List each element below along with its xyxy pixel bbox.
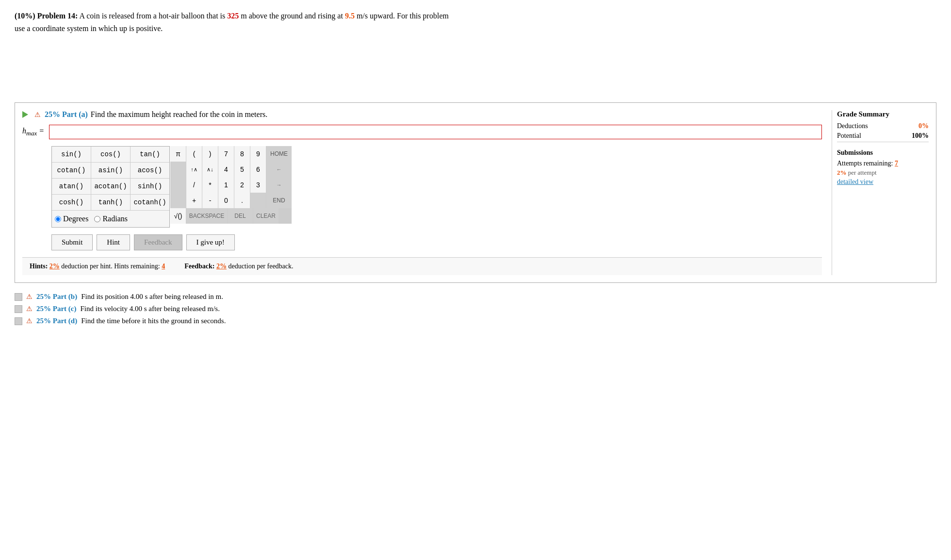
minus-button[interactable]: - xyxy=(202,193,218,208)
cosh-button[interactable]: cosh() xyxy=(52,195,91,210)
per-attempt-value: 2% xyxy=(837,169,847,176)
tanh-button[interactable]: tanh() xyxy=(91,195,130,210)
sqrt-button[interactable]: √() xyxy=(170,208,186,224)
feedback-text: deduction per feedback. xyxy=(228,263,293,270)
part-a-header: ⚠ 25% Part (a) Find the maximum height r… xyxy=(22,110,822,119)
part-a-label: 25% Part (a) xyxy=(45,110,88,119)
radians-radio[interactable] xyxy=(94,216,100,222)
numpad-row2: ↑∧ ∧↓ 4 5 6 ← xyxy=(170,162,292,177)
decimal-button[interactable]: . xyxy=(234,193,250,208)
feedback-label: Feedback: xyxy=(184,263,214,270)
divide-button[interactable]: / xyxy=(186,177,202,193)
backspace-button[interactable]: BACKSPACE xyxy=(186,208,227,224)
degrees-radio[interactable] xyxy=(55,216,61,222)
part-b-warning: ⚠ xyxy=(26,293,33,301)
submit-button[interactable]: Submit xyxy=(51,234,93,250)
num2-button[interactable]: 2 xyxy=(234,177,250,193)
asin-button[interactable]: asin() xyxy=(91,163,130,178)
hint-button[interactable]: Hint xyxy=(97,234,130,250)
num8-button[interactable]: 8 xyxy=(234,146,250,162)
home-button[interactable]: HOME xyxy=(266,146,292,162)
per-attempt-text: per attempt xyxy=(848,169,877,176)
part-b-label: 25% Part (b) xyxy=(36,293,77,301)
num0-button[interactable]: 0 xyxy=(218,193,234,208)
numpad-row3: / * 1 2 3 → xyxy=(170,177,292,193)
part-b-icon xyxy=(15,293,22,301)
deductions-value: 0% xyxy=(918,122,929,130)
end-button[interactable]: END xyxy=(266,193,292,208)
potential-row: Potential 100% xyxy=(837,132,929,140)
numpad-row1: π ( ) 7 8 9 HOME xyxy=(170,146,292,162)
atan-button[interactable]: atan() xyxy=(52,179,91,194)
answer-input[interactable] xyxy=(49,125,822,139)
part-c-question: Find its velocity 4.00 s after being rel… xyxy=(80,305,219,313)
height-unit: m above the ground and rising at xyxy=(239,12,345,20)
num1-button[interactable]: 1 xyxy=(218,177,234,193)
warning-icon: ⚠ xyxy=(33,110,42,119)
right-arrow-button[interactable]: → xyxy=(266,177,292,193)
num9-button[interactable]: 9 xyxy=(250,146,266,162)
problem-statement: (10%) Problem 14: A coin is released fro… xyxy=(15,10,451,34)
num7-button[interactable]: 7 xyxy=(218,146,234,162)
potential-label: Potential xyxy=(837,132,861,140)
statement-prefix: A coin is released from a hot-air balloo… xyxy=(79,12,227,20)
cotanh-button[interactable]: cotanh() xyxy=(131,195,169,210)
radians-label[interactable]: Radians xyxy=(94,214,128,223)
part-d-warning: ⚠ xyxy=(26,317,33,325)
part-b-item: ⚠ 25% Part (b) Find its position 4.00 s … xyxy=(15,293,936,301)
degrees-label[interactable]: Degrees xyxy=(55,214,88,223)
calculator-area: sin() cos() tan() cotan() asin() acos() … xyxy=(51,146,822,228)
acos-button[interactable]: acos() xyxy=(131,163,169,178)
left-arrow-button[interactable]: ← xyxy=(266,162,292,177)
down-button[interactable]: ∧↓ xyxy=(202,162,218,177)
plus-button[interactable]: + xyxy=(186,193,202,208)
input-label: hmax = xyxy=(22,127,44,137)
left-content: ⚠ 25% Part (a) Find the maximum height r… xyxy=(22,110,822,275)
play-icon xyxy=(22,111,28,118)
hints-left: Hints: 2% deduction per hint. Hints rema… xyxy=(30,263,165,270)
pi-button[interactable]: π xyxy=(170,146,186,162)
num5-button[interactable]: 5 xyxy=(234,162,250,177)
clear-button[interactable]: CLEAR xyxy=(253,208,279,224)
detailed-link[interactable]: detailed view xyxy=(837,178,873,185)
cotan-button[interactable]: cotan() xyxy=(52,163,91,178)
numpad-area: π ( ) 7 8 9 HOME ↑∧ ∧↓ 4 5 xyxy=(170,146,292,228)
part-d-question: Find the time before it hits the ground … xyxy=(81,317,226,325)
cos-button[interactable]: cos() xyxy=(91,147,130,162)
attempts-text: Attempts remaining: 7 xyxy=(837,160,929,167)
acotan-button[interactable]: acotan() xyxy=(91,179,130,194)
multiply-button[interactable]: * xyxy=(202,177,218,193)
trig-buttons: sin() cos() tan() cotan() asin() acos() … xyxy=(51,146,170,228)
grade-summary: Grade Summary Deductions 0% Potential 10… xyxy=(832,110,929,275)
close-paren-button[interactable]: ) xyxy=(202,146,218,162)
deductions-label: Deductions xyxy=(837,122,868,130)
part-a-box: ⚠ 25% Part (a) Find the maximum height r… xyxy=(15,102,936,283)
hint-text: deduction per hint. Hints remaining: xyxy=(61,263,162,270)
sin-button[interactable]: sin() xyxy=(52,147,91,162)
degrees-text: Degrees xyxy=(63,214,88,223)
blank3-button[interactable] xyxy=(170,193,186,208)
num4-button[interactable]: 4 xyxy=(218,162,234,177)
part-c-warning: ⚠ xyxy=(26,305,33,313)
attempts-value: 7 xyxy=(895,160,898,167)
blank2-button[interactable] xyxy=(170,177,186,193)
part-d-icon xyxy=(15,317,22,325)
num6-button[interactable]: 6 xyxy=(250,162,266,177)
blank1-button[interactable] xyxy=(170,162,186,177)
per-attempt: 2% per attempt xyxy=(837,169,929,177)
grade-summary-title: Grade Summary xyxy=(837,110,929,118)
give-up-button[interactable]: I give up! xyxy=(186,234,235,250)
numpad-row5: √() BACKSPACE DEL CLEAR xyxy=(170,208,292,224)
feedback-right: Feedback: 2% deduction per feedback. xyxy=(184,263,293,270)
feedback-button[interactable]: Feedback xyxy=(134,234,182,250)
num3-button[interactable]: 3 xyxy=(250,177,266,193)
potential-value: 100% xyxy=(912,132,929,140)
up-button[interactable]: ↑∧ xyxy=(186,162,202,177)
input-row: hmax = xyxy=(22,125,822,139)
tan-button[interactable]: tan() xyxy=(131,147,169,162)
hints-label: Hints: xyxy=(30,263,48,270)
blank4-button[interactable] xyxy=(250,193,266,208)
del-button[interactable]: DEL xyxy=(228,208,253,224)
open-paren-button[interactable]: ( xyxy=(186,146,202,162)
sinh-button[interactable]: sinh() xyxy=(131,179,169,194)
